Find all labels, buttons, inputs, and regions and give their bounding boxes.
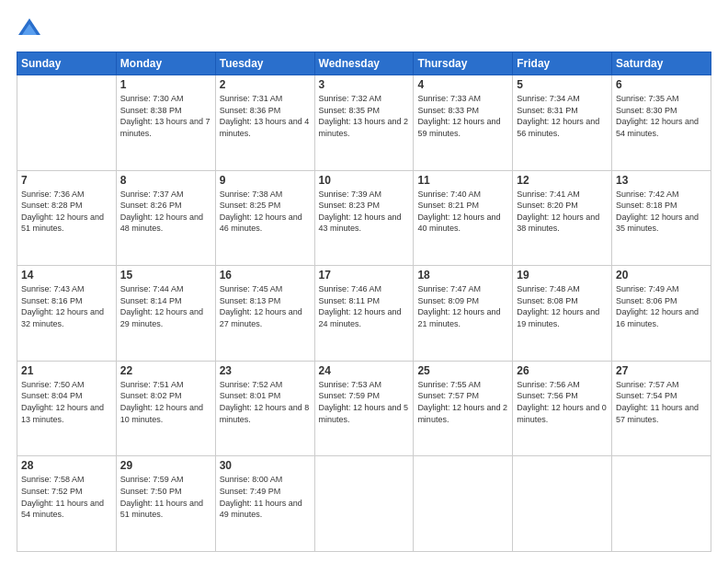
day-number: 3 (319, 78, 410, 91)
calendar-week-2: 7Sunrise: 7:36 AMSunset: 8:28 PMDaylight… (17, 170, 711, 266)
calendar-table: SundayMondayTuesdayWednesdayThursdayFrid… (17, 52, 711, 552)
calendar-cell: 19Sunrise: 7:48 AMSunset: 8:08 PMDayligh… (513, 266, 612, 362)
day-number: 28 (21, 459, 112, 472)
day-header-thursday: Thursday (414, 52, 513, 75)
day-number: 4 (417, 78, 508, 91)
calendar-cell: 30Sunrise: 8:00 AMSunset: 7:49 PMDayligh… (215, 456, 314, 552)
day-header-tuesday: Tuesday (215, 52, 314, 75)
calendar-cell: 11Sunrise: 7:40 AMSunset: 8:21 PMDayligh… (414, 170, 513, 266)
day-number: 29 (120, 459, 211, 472)
calendar-cell: 2Sunrise: 7:31 AMSunset: 8:36 PMDaylight… (215, 75, 314, 171)
cell-info: Sunrise: 7:40 AMSunset: 8:21 PMDaylight:… (417, 189, 508, 235)
cell-info: Sunrise: 7:39 AMSunset: 8:23 PMDaylight:… (319, 189, 410, 235)
calendar-cell: 10Sunrise: 7:39 AMSunset: 8:23 PMDayligh… (314, 170, 414, 266)
cell-info: Sunrise: 7:43 AMSunset: 8:16 PMDaylight:… (21, 283, 112, 329)
day-header-friday: Friday (513, 52, 612, 75)
calendar-cell (513, 456, 612, 552)
day-header-sunday: Sunday (17, 52, 117, 75)
calendar-cell: 18Sunrise: 7:47 AMSunset: 8:09 PMDayligh… (414, 266, 513, 362)
calendar-cell: 13Sunrise: 7:42 AMSunset: 8:18 PMDayligh… (612, 170, 711, 266)
cell-info: Sunrise: 7:31 AMSunset: 8:36 PMDaylight:… (220, 93, 311, 139)
day-number: 17 (319, 269, 410, 282)
cell-info: Sunrise: 7:51 AMSunset: 8:02 PMDaylight:… (120, 379, 211, 425)
cell-info: Sunrise: 7:50 AMSunset: 8:04 PMDaylight:… (21, 379, 112, 425)
day-number: 12 (517, 174, 608, 187)
calendar-cell: 29Sunrise: 7:59 AMSunset: 7:50 PMDayligh… (116, 456, 215, 552)
calendar-week-3: 14Sunrise: 7:43 AMSunset: 8:16 PMDayligh… (17, 266, 711, 362)
page: SundayMondayTuesdayWednesdayThursdayFrid… (0, 0, 728, 563)
cell-info: Sunrise: 7:57 AMSunset: 7:54 PMDaylight:… (616, 379, 707, 425)
calendar-cell: 7Sunrise: 7:36 AMSunset: 8:28 PMDaylight… (17, 170, 117, 266)
cell-info: Sunrise: 7:35 AMSunset: 8:30 PMDaylight:… (616, 93, 707, 139)
day-number: 25 (417, 364, 508, 377)
cell-info: Sunrise: 8:00 AMSunset: 7:49 PMDaylight:… (220, 474, 311, 520)
calendar-cell: 12Sunrise: 7:41 AMSunset: 8:20 PMDayligh… (513, 170, 612, 266)
cell-info: Sunrise: 7:46 AMSunset: 8:11 PMDaylight:… (319, 283, 410, 329)
day-number: 2 (220, 78, 311, 91)
day-number: 11 (417, 174, 508, 187)
cell-info: Sunrise: 7:34 AMSunset: 8:31 PMDaylight:… (517, 93, 608, 139)
cell-info: Sunrise: 7:48 AMSunset: 8:08 PMDaylight:… (517, 283, 608, 329)
calendar-cell: 5Sunrise: 7:34 AMSunset: 8:31 PMDaylight… (513, 75, 612, 171)
calendar-cell: 6Sunrise: 7:35 AMSunset: 8:30 PMDaylight… (612, 75, 711, 171)
logo-icon (17, 17, 42, 42)
calendar-cell (314, 456, 414, 552)
cell-info: Sunrise: 7:36 AMSunset: 8:28 PMDaylight:… (21, 189, 112, 235)
cell-info: Sunrise: 7:42 AMSunset: 8:18 PMDaylight:… (616, 189, 707, 235)
cell-info: Sunrise: 7:58 AMSunset: 7:52 PMDaylight:… (21, 474, 112, 520)
cell-info: Sunrise: 7:55 AMSunset: 7:57 PMDaylight:… (417, 379, 508, 425)
calendar-cell: 22Sunrise: 7:51 AMSunset: 8:02 PMDayligh… (116, 361, 215, 456)
calendar-cell: 21Sunrise: 7:50 AMSunset: 8:04 PMDayligh… (17, 361, 117, 456)
day-number: 19 (517, 269, 608, 282)
day-number: 21 (21, 364, 112, 377)
day-header-wednesday: Wednesday (314, 52, 414, 75)
day-number: 5 (517, 78, 608, 91)
day-number: 15 (120, 269, 211, 282)
calendar-cell: 24Sunrise: 7:53 AMSunset: 7:59 PMDayligh… (314, 361, 414, 456)
cell-info: Sunrise: 7:32 AMSunset: 8:35 PMDaylight:… (319, 93, 410, 139)
header (17, 17, 711, 42)
calendar-cell: 17Sunrise: 7:46 AMSunset: 8:11 PMDayligh… (314, 266, 414, 362)
calendar-cell (612, 456, 711, 552)
cell-info: Sunrise: 7:45 AMSunset: 8:13 PMDaylight:… (220, 283, 311, 329)
calendar-cell: 8Sunrise: 7:37 AMSunset: 8:26 PMDaylight… (116, 170, 215, 266)
day-number: 8 (120, 174, 211, 187)
calendar-cell: 20Sunrise: 7:49 AMSunset: 8:06 PMDayligh… (612, 266, 711, 362)
day-number: 6 (616, 78, 707, 91)
cell-info: Sunrise: 7:37 AMSunset: 8:26 PMDaylight:… (120, 189, 211, 235)
cell-info: Sunrise: 7:49 AMSunset: 8:06 PMDaylight:… (616, 283, 707, 329)
day-number: 20 (616, 269, 707, 282)
cell-info: Sunrise: 7:56 AMSunset: 7:56 PMDaylight:… (517, 379, 608, 425)
calendar-cell: 28Sunrise: 7:58 AMSunset: 7:52 PMDayligh… (17, 456, 117, 552)
cell-info: Sunrise: 7:33 AMSunset: 8:33 PMDaylight:… (417, 93, 508, 139)
calendar-cell: 23Sunrise: 7:52 AMSunset: 8:01 PMDayligh… (215, 361, 314, 456)
calendar-cell: 27Sunrise: 7:57 AMSunset: 7:54 PMDayligh… (612, 361, 711, 456)
day-number: 9 (220, 174, 311, 187)
cell-info: Sunrise: 7:52 AMSunset: 8:01 PMDaylight:… (220, 379, 311, 425)
day-number: 10 (319, 174, 410, 187)
calendar-cell: 14Sunrise: 7:43 AMSunset: 8:16 PMDayligh… (17, 266, 117, 362)
calendar-cell: 9Sunrise: 7:38 AMSunset: 8:25 PMDaylight… (215, 170, 314, 266)
logo-area (17, 17, 48, 42)
day-header-monday: Monday (116, 52, 215, 75)
calendar-cell (414, 456, 513, 552)
day-number: 22 (120, 364, 211, 377)
calendar-cell: 3Sunrise: 7:32 AMSunset: 8:35 PMDaylight… (314, 75, 414, 171)
calendar-cell: 15Sunrise: 7:44 AMSunset: 8:14 PMDayligh… (116, 266, 215, 362)
cell-info: Sunrise: 7:30 AMSunset: 8:38 PMDaylight:… (120, 93, 211, 139)
cell-info: Sunrise: 7:47 AMSunset: 8:09 PMDaylight:… (417, 283, 508, 329)
day-number: 16 (220, 269, 311, 282)
calendar-cell (17, 75, 117, 171)
calendar-cell: 4Sunrise: 7:33 AMSunset: 8:33 PMDaylight… (414, 75, 513, 171)
day-number: 13 (616, 174, 707, 187)
day-number: 24 (319, 364, 410, 377)
cell-info: Sunrise: 7:41 AMSunset: 8:20 PMDaylight:… (517, 189, 608, 235)
cell-info: Sunrise: 7:44 AMSunset: 8:14 PMDaylight:… (120, 283, 211, 329)
day-number: 30 (220, 459, 311, 472)
day-number: 7 (21, 174, 112, 187)
cell-info: Sunrise: 7:59 AMSunset: 7:50 PMDaylight:… (120, 474, 211, 520)
calendar-week-1: 1Sunrise: 7:30 AMSunset: 8:38 PMDaylight… (17, 75, 711, 171)
day-number: 27 (616, 364, 707, 377)
day-number: 18 (417, 269, 508, 282)
calendar-cell: 1Sunrise: 7:30 AMSunset: 8:38 PMDaylight… (116, 75, 215, 171)
